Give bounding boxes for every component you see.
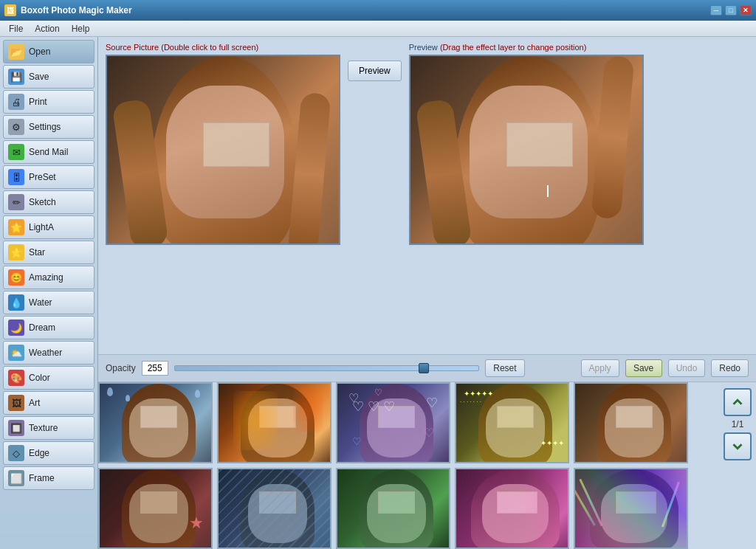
undo-button[interactable]: Undo	[668, 359, 706, 377]
sidebar-btn-frame[interactable]: ⬜ Frame	[3, 466, 94, 490]
sidebar-btn-amazing[interactable]: 😊 Amazing	[3, 266, 94, 289]
thumbnail-9[interactable]	[455, 468, 569, 549]
sidebar-btn-settings[interactable]: ⚙ Settings	[3, 115, 94, 139]
next-page-button[interactable]	[724, 432, 752, 460]
sidebar-btn-color[interactable]: 🎨 Color	[3, 366, 94, 390]
opacity-slider-container[interactable]	[174, 361, 480, 376]
page-indicator: 1/1	[732, 419, 744, 429]
thumbnail-7[interactable]	[217, 468, 331, 549]
thumbnail-row-1: ♡ ♡ ♡ ♡ ♡ ✦	[98, 382, 719, 463]
censor-block-source	[203, 122, 269, 167]
thumbnail-img-5	[575, 384, 687, 462]
sidebar-label-art: Art	[29, 398, 40, 408]
thumbnail-img-7	[219, 469, 330, 548]
sidebar-label-color: Color	[29, 373, 50, 383]
sidebar-btn-open[interactable]: 📂 Open	[3, 40, 94, 63]
apply-button[interactable]: Apply	[581, 359, 619, 377]
color-icon: 🎨	[8, 370, 24, 386]
preview-picture-content	[410, 56, 642, 244]
thumbnail-img-8	[337, 469, 449, 548]
sidebar-label-print: Print	[29, 97, 47, 107]
redo-button[interactable]: Redo	[711, 359, 749, 377]
sidebar-label-settings: Settings	[29, 122, 61, 132]
settings-icon: ⚙	[8, 119, 24, 135]
sketch-icon: ✏	[8, 194, 24, 210]
lighta-icon: 🌟	[8, 219, 24, 235]
sidebar-btn-art[interactable]: 🖼 Art	[3, 391, 94, 415]
sidebar-label-frame: Frame	[29, 473, 55, 483]
content: Source Picture (Double click to full scr…	[98, 37, 756, 549]
source-picture-content	[107, 56, 339, 244]
sidebar-btn-water[interactable]: 💧 Water	[3, 291, 94, 314]
thumbnail-3[interactable]: ♡ ♡ ♡ ♡ ♡	[336, 382, 450, 463]
sidebar-label-water: Water	[29, 297, 52, 308]
sidebar-label-preset: PreSet	[29, 172, 56, 182]
sidebar-label-edge: Edge	[29, 448, 49, 458]
water-icon: 💧	[8, 294, 24, 311]
open-icon: 📂	[8, 44, 24, 60]
preview-button-area: Preview	[348, 43, 402, 348]
sidebar-btn-lighta[interactable]: 🌟 LightA	[3, 215, 94, 239]
thumbnail-grid: ♡ ♡ ♡ ♡ ♡ ✦	[98, 382, 719, 549]
sidebar-btn-print[interactable]: 🖨 Print	[3, 90, 94, 114]
prev-page-button[interactable]	[724, 388, 752, 416]
thumbnail-10[interactable]	[574, 468, 688, 549]
thumbnail-1[interactable]	[98, 382, 213, 463]
menu-help[interactable]: Help	[66, 22, 96, 35]
opacity-value-input[interactable]	[142, 361, 168, 376]
sidebar-label-sendmail: Send Mail	[29, 147, 68, 157]
titlebar-controls: ─ □ ✕	[710, 5, 752, 15]
sidebar-btn-dream[interactable]: 🌙 Dream	[3, 316, 94, 339]
thumbnail-img-3: ♡ ♡ ♡ ♡ ♡	[337, 384, 449, 462]
close-button[interactable]: ✕	[740, 5, 752, 15]
opacity-thumb[interactable]	[419, 363, 429, 373]
thumbnail-6[interactable]	[98, 468, 213, 549]
restore-button[interactable]: □	[725, 5, 737, 15]
thumbnails-row: ♡ ♡ ♡ ♡ ♡ ✦	[98, 382, 756, 549]
thumbnail-2[interactable]	[217, 382, 331, 463]
save-action-button[interactable]: Save	[625, 359, 662, 377]
preset-icon: 🎛	[8, 169, 24, 185]
sidebar-label-star: Star	[29, 247, 45, 258]
source-picture-section: Source Picture (Double click to full scr…	[106, 43, 340, 348]
thumbnail-img-10	[575, 469, 687, 548]
source-picture-frame[interactable]	[106, 55, 340, 245]
main-container: 📂 Open 💾 Save 🖨 Print ⚙ Settings ✉ Send …	[0, 37, 756, 549]
sidebar-btn-sendmail[interactable]: ✉ Send Mail	[3, 140, 94, 164]
save-icon: 💾	[8, 69, 24, 85]
thumbnail-img-4: ✦✦✦✦✦ · · · · · · · ✦✦✦✦	[456, 384, 568, 462]
menu-action[interactable]: Action	[29, 22, 65, 35]
preview-picture-label: Preview (Drag the effect layer to change…	[409, 43, 644, 52]
thumbnail-8[interactable]	[336, 468, 450, 549]
titlebar-icon: 🖼	[4, 4, 16, 16]
censor-block-preview	[506, 122, 573, 167]
art-icon: 🖼	[8, 395, 24, 411]
sidebar-label-amazing: Amazing	[29, 272, 63, 283]
pictures-area: Source Picture (Double click to full scr…	[98, 37, 756, 354]
sendmail-icon: ✉	[8, 144, 24, 160]
sidebar-btn-weather[interactable]: ⛅ Weather	[3, 341, 94, 365]
menu-file[interactable]: File	[3, 22, 29, 35]
titlebar-title: Boxoft Photo Magic Maker	[21, 5, 132, 15]
page-navigation: 1/1	[719, 382, 756, 466]
edge-icon: ◇	[8, 445, 24, 461]
sidebar-btn-star[interactable]: ⭐ Star	[3, 241, 94, 264]
sidebar-label-dream: Dream	[29, 322, 55, 333]
thumbnail-5[interactable]	[574, 382, 688, 463]
star-icon: ⭐	[8, 244, 24, 260]
sidebar-btn-texture[interactable]: 🔲 Texture	[3, 416, 94, 440]
minimize-button[interactable]: ─	[710, 5, 722, 15]
thumbnail-img-6	[100, 469, 211, 548]
preview-picture-frame[interactable]	[409, 55, 644, 245]
preview-picture-section: Preview (Drag the effect layer to change…	[409, 43, 644, 348]
sidebar-btn-edge[interactable]: ◇ Edge	[3, 441, 94, 465]
preview-button[interactable]: Preview	[348, 61, 402, 81]
thumbnail-4[interactable]: ✦✦✦✦✦ · · · · · · · ✦✦✦✦	[455, 382, 569, 463]
reset-button[interactable]: Reset	[485, 359, 524, 377]
sidebar-btn-preset[interactable]: 🎛 PreSet	[3, 165, 94, 189]
sidebar-label-texture: Texture	[29, 423, 58, 433]
sidebar: 📂 Open 💾 Save 🖨 Print ⚙ Settings ✉ Send …	[0, 37, 98, 549]
sidebar-btn-sketch[interactable]: ✏ Sketch	[3, 190, 94, 214]
sidebar-btn-save[interactable]: 💾 Save	[3, 65, 94, 89]
print-icon: 🖨	[8, 94, 24, 110]
